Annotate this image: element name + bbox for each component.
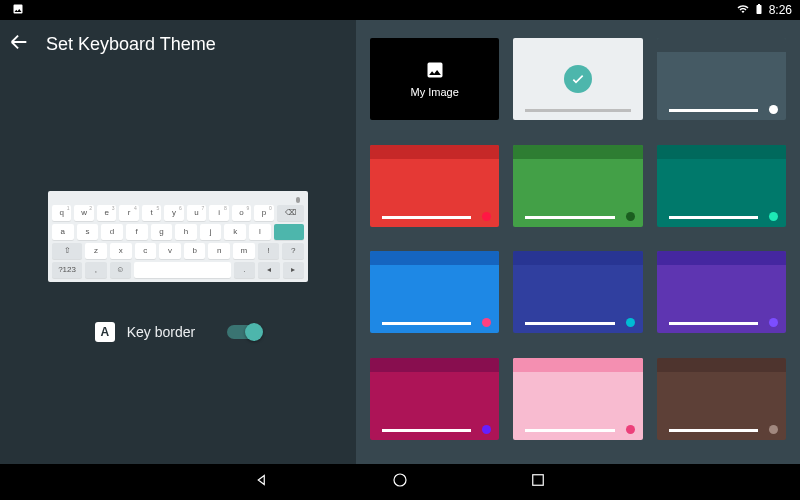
theme-green[interactable] [513, 145, 642, 227]
key: p0 [254, 205, 273, 221]
key: s [77, 224, 99, 240]
battery-icon [753, 3, 765, 18]
key: ▸ [283, 262, 304, 278]
key: w2 [74, 205, 93, 221]
theme-pink[interactable] [513, 358, 642, 440]
theme-grid: My Image [356, 20, 800, 464]
theme-red[interactable] [370, 145, 499, 227]
theme-my-image[interactable]: My Image [370, 38, 499, 120]
key [134, 262, 231, 278]
nav-home-button[interactable] [391, 471, 409, 493]
key: y6 [164, 205, 183, 221]
key: ◂ [258, 262, 279, 278]
key: u7 [187, 205, 206, 221]
svg-point-0 [394, 474, 406, 486]
nav-recent-button[interactable] [529, 471, 547, 493]
theme-navy[interactable] [513, 251, 642, 333]
left-pane: Set Keyboard Theme q1w2e3r4t5y6u7i8o9p0⌫… [0, 20, 356, 464]
key: g [151, 224, 173, 240]
notification-image-icon [8, 3, 24, 18]
theme-blue[interactable] [370, 251, 499, 333]
mic-icon [296, 197, 300, 203]
key: l [249, 224, 271, 240]
navigation-bar [0, 464, 800, 500]
key: v [159, 243, 181, 259]
theme-dark[interactable] [657, 38, 786, 120]
key: q1 [52, 205, 71, 221]
key: ⌫ [277, 205, 304, 221]
key: i8 [209, 205, 228, 221]
key: ?123 [52, 262, 82, 278]
key: n [208, 243, 230, 259]
key: r4 [119, 205, 138, 221]
theme-purple[interactable] [657, 251, 786, 333]
key: ☺ [110, 262, 131, 278]
key: k [224, 224, 246, 240]
key: o9 [232, 205, 251, 221]
key: m [233, 243, 255, 259]
status-time: 8:26 [769, 3, 792, 17]
wifi-icon [737, 3, 749, 18]
key: d [101, 224, 123, 240]
theme-light[interactable] [513, 38, 642, 120]
key: t5 [142, 205, 161, 221]
key-border-label: Key border [127, 324, 195, 340]
key: x [110, 243, 132, 259]
app-bar: Set Keyboard Theme [0, 20, 356, 68]
key: ? [282, 243, 304, 259]
key: ⇧ [52, 243, 82, 259]
theme-teal[interactable] [657, 145, 786, 227]
theme-my-image-label: My Image [411, 86, 459, 98]
key: ! [258, 243, 280, 259]
nav-back-button[interactable] [253, 471, 271, 493]
key-border-switch[interactable] [227, 325, 261, 339]
key: z [85, 243, 107, 259]
key: , [85, 262, 106, 278]
keyboard-preview: q1w2e3r4t5y6u7i8o9p0⌫ asdfghjkl ⇧zxcvbnm… [48, 191, 308, 282]
key: j [200, 224, 222, 240]
key: a [52, 224, 74, 240]
svg-rect-1 [533, 475, 544, 486]
key-border-icon: A [95, 322, 115, 342]
key: f [126, 224, 148, 240]
key-border-toggle-row: A Key border [95, 322, 261, 342]
theme-brown[interactable] [657, 358, 786, 440]
key: h [175, 224, 197, 240]
theme-magenta[interactable] [370, 358, 499, 440]
key [274, 224, 304, 240]
check-icon [564, 65, 592, 93]
key: c [135, 243, 157, 259]
status-bar: 8:26 [0, 0, 800, 20]
key: . [234, 262, 255, 278]
key: e3 [97, 205, 116, 221]
page-title: Set Keyboard Theme [46, 34, 216, 55]
key: b [184, 243, 206, 259]
back-button[interactable] [8, 31, 30, 57]
